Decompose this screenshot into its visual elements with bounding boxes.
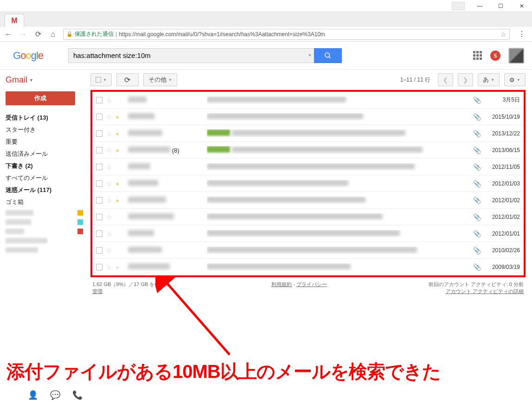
sidebar-item-label[interactable] — [6, 217, 90, 227]
sidebar-item-trash[interactable]: ゴミ箱 — [6, 196, 90, 208]
star-icon[interactable]: ☆ — [106, 263, 112, 271]
browser-tab[interactable]: M — [5, 14, 24, 27]
annotation-highlight-box: ☆ 📎3月5日☆» 📎2015/10/19☆» 📎2013/12/22☆» (8… — [90, 90, 526, 277]
mail-row[interactable]: ☆» 📎2013/12/22 — [92, 125, 524, 142]
gmail-header: Google ▼ 5 — [0, 42, 532, 70]
mail-row[interactable]: ☆ 📎2010/02/26 — [92, 242, 524, 259]
mail-sender: (8) — [128, 147, 207, 154]
sidebar-item-label[interactable] — [6, 208, 90, 217]
notifications-badge[interactable]: 5 — [490, 51, 500, 61]
star-icon[interactable]: ☆ — [106, 213, 112, 221]
star-icon[interactable]: ☆ — [106, 113, 112, 121]
star-icon[interactable]: ☆ — [106, 247, 112, 254]
terms-link[interactable]: 利用規約 — [271, 281, 292, 287]
compose-button[interactable]: 作成 — [6, 91, 75, 105]
gmail-product-dropdown[interactable]: Gmail ▼ — [6, 75, 90, 85]
input-method-button[interactable]: あ▼ — [478, 73, 500, 86]
sidebar-item-drafts[interactable]: 下書き (2) — [6, 160, 90, 172]
privacy-link[interactable]: プライバシー — [296, 281, 327, 287]
google-logo[interactable]: Google — [13, 50, 43, 62]
sidebar-item-sent[interactable]: 送信済みメール — [6, 148, 90, 160]
sidebar-item-label[interactable] — [6, 236, 90, 245]
importance-marker[interactable]: » — [116, 198, 123, 203]
mail-subject — [207, 113, 469, 121]
prev-page-button[interactable]: ❮ — [438, 73, 453, 86]
mail-checkbox[interactable] — [96, 164, 103, 170]
mail-row[interactable]: ☆» 📎2012/01/03 — [92, 175, 524, 192]
mail-row[interactable]: ☆ 📎2012/01/02 — [92, 209, 524, 225]
mail-row[interactable]: ☆» 📎2012/01/02 — [92, 192, 524, 209]
refresh-button[interactable]: ⟳ — [116, 73, 139, 86]
mail-checkbox[interactable] — [96, 97, 103, 103]
star-icon[interactable]: ☆ — [106, 230, 112, 237]
star-icon[interactable]: ☆ — [106, 147, 112, 154]
bookmark-star-icon[interactable]: ☆ — [500, 31, 506, 38]
star-icon[interactable]: ☆ — [106, 197, 112, 204]
attachment-icon: 📎 — [473, 197, 481, 204]
ime-indicator[interactable] — [452, 2, 465, 10]
apps-launcher-icon[interactable] — [473, 51, 482, 60]
activity-text: 前回のアカウント アクティビティ: 0 分前 — [429, 281, 524, 287]
mail-row[interactable]: ☆» 📎2009/03/19 — [92, 259, 524, 275]
importance-marker[interactable]: » — [116, 147, 123, 153]
search-icon — [324, 52, 332, 59]
search-options-dropdown[interactable]: ▼ — [306, 48, 314, 63]
mail-row[interactable]: ☆ 📎2012/11/05 — [92, 159, 524, 175]
address-bar[interactable]: 🔒 保護された通信 | https://mail.google.com/mail… — [63, 29, 510, 40]
importance-marker[interactable]: » — [116, 181, 123, 186]
back-button[interactable]: ← — [4, 30, 13, 38]
home-button[interactable]: ⌂ — [48, 30, 58, 38]
mail-sender — [128, 130, 207, 137]
star-icon[interactable]: ☆ — [106, 180, 112, 187]
mail-checkbox[interactable] — [96, 247, 103, 254]
sidebar-item-spam[interactable]: 迷惑メール (117) — [6, 184, 90, 196]
mail-checkbox[interactable] — [96, 147, 103, 153]
window-close-button[interactable]: ✕ — [511, 0, 532, 12]
mail-checkbox[interactable] — [96, 230, 103, 237]
mail-checkbox[interactable] — [96, 180, 103, 187]
contacts-icon[interactable]: 👤 — [28, 390, 38, 400]
activity-details-link[interactable]: アカウント アクティビティの詳細 — [446, 288, 524, 294]
reload-button[interactable]: ⟳ — [33, 30, 43, 38]
mail-row[interactable]: ☆ 📎2012/01/01 — [92, 225, 524, 242]
mail-checkbox[interactable] — [96, 114, 103, 120]
annotation-text: 添付ファイルがある10MB以上のメールを検索できた — [6, 359, 532, 384]
attachment-icon: 📎 — [473, 213, 481, 221]
browser-menu-button[interactable]: ⋮ — [515, 30, 528, 38]
importance-marker[interactable]: » — [116, 264, 123, 270]
mail-row[interactable]: ☆ 📎3月5日 — [92, 92, 524, 108]
star-icon[interactable]: ☆ — [106, 163, 112, 171]
select-all-checkbox[interactable]: ▼ — [90, 73, 112, 86]
importance-marker[interactable]: » — [116, 131, 123, 136]
sidebar-item-label[interactable] — [6, 245, 90, 255]
sidebar-item-allmail[interactable]: すべてのメール — [6, 172, 90, 184]
manage-storage-link[interactable]: 管理 — [92, 288, 103, 294]
hangouts-icon[interactable]: 💬 — [50, 390, 60, 400]
mail-subject — [207, 129, 469, 137]
settings-button[interactable]: ⚙▼ — [504, 73, 526, 86]
search-button[interactable] — [314, 48, 342, 63]
sidebar-item-label[interactable] — [6, 227, 90, 236]
mail-row[interactable]: ☆» (8) 📎2013/06/15 — [92, 142, 524, 159]
sidebar-item-important[interactable]: 重要 — [6, 136, 90, 148]
gmail-label: Gmail — [6, 75, 27, 85]
star-icon[interactable]: ☆ — [106, 130, 112, 137]
user-avatar[interactable] — [509, 48, 524, 63]
window-maximize-button[interactable]: ☐ — [490, 0, 511, 12]
mail-checkbox[interactable] — [96, 130, 103, 137]
gmail-favicon: M — [11, 17, 17, 25]
mail-checkbox[interactable] — [96, 197, 103, 204]
sidebar-item-starred[interactable]: スター付き — [6, 124, 90, 136]
star-icon[interactable]: ☆ — [106, 96, 112, 104]
more-actions-button[interactable]: その他▼ — [143, 73, 177, 86]
phone-icon[interactable]: 📞 — [72, 390, 83, 400]
forward-button[interactable]: → — [19, 30, 28, 38]
search-input[interactable] — [68, 48, 306, 63]
window-minimize-button[interactable]: — — [469, 0, 490, 12]
mail-row[interactable]: ☆» 📎2015/10/19 — [92, 108, 524, 125]
sidebar-item-inbox[interactable]: 受信トレイ (13) — [6, 112, 90, 124]
next-page-button[interactable]: ❯ — [458, 73, 473, 86]
mail-checkbox[interactable] — [96, 264, 103, 270]
mail-checkbox[interactable] — [96, 214, 103, 220]
importance-marker[interactable]: » — [116, 114, 123, 120]
